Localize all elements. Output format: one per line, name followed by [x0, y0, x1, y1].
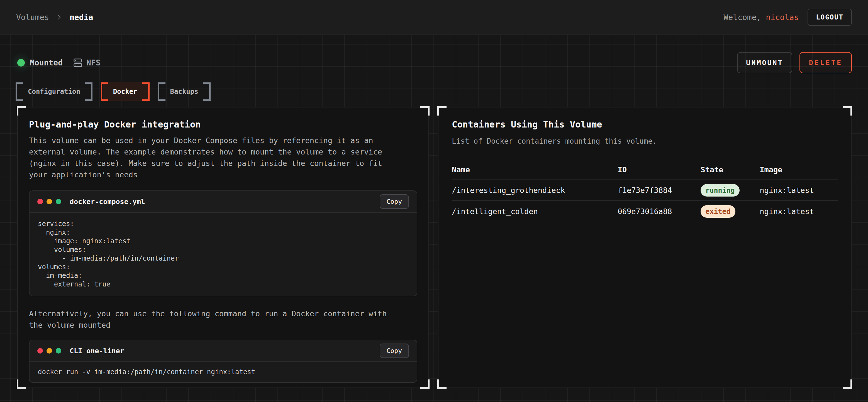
- yellow-dot-icon: [46, 348, 52, 354]
- server-icon: [73, 58, 83, 67]
- container-name: /intelligent_colden: [452, 207, 618, 216]
- container-id: 069e73016a88: [618, 207, 701, 216]
- app-root: Volumes media Welcome, nicolas LOGOUT Mo…: [0, 0, 868, 402]
- container-state: running: [701, 184, 760, 197]
- logout-button[interactable]: LOGOUT: [808, 9, 852, 26]
- status-badge: running: [701, 184, 739, 197]
- cli-code-header: CLI one-liner Copy: [30, 340, 417, 362]
- cli-code-content: docker run -v im-media:/path/in/containe…: [30, 362, 417, 382]
- container-state: exited: [701, 205, 760, 218]
- tab-bar: Configuration Docker Backups: [16, 82, 211, 101]
- container-id: f1e73e7f3884: [618, 186, 701, 195]
- docker-integration-panel: Plug-and-play Docker integration This vo…: [17, 107, 429, 388]
- status-actions-row: Mounted NFS UNMOUNT DELETE: [17, 52, 852, 73]
- status-badge: exited: [701, 205, 735, 218]
- cli-alternative-text: Alternatively, you can use the following…: [29, 308, 417, 331]
- red-dot-icon: [37, 348, 43, 354]
- delete-button[interactable]: DELETE: [800, 52, 852, 73]
- window-dots: [37, 348, 61, 354]
- containers-panel-title: Containers Using This Volume: [452, 119, 838, 130]
- corner-bracket: [843, 106, 852, 115]
- compose-copy-button[interactable]: Copy: [380, 194, 409, 209]
- compose-code-header: docker-compose.yml Copy: [30, 191, 417, 213]
- table-row: /interesting_grothendieck f1e73e7f3884 r…: [452, 180, 838, 201]
- compose-code-content: services: nginx: image: nginx:latest vol…: [30, 213, 417, 296]
- corner-bracket: [17, 106, 26, 115]
- mounted-status-dot-icon: [17, 59, 25, 67]
- corner-bracket: [437, 106, 446, 115]
- table-row: /intelligent_colden 069e73016a88 exited …: [452, 201, 838, 222]
- tab-docker[interactable]: Docker: [101, 82, 150, 101]
- breadcrumb-volumes-link[interactable]: Volumes: [16, 13, 49, 22]
- column-header-id: ID: [618, 165, 701, 174]
- green-dot-icon: [56, 199, 61, 204]
- compose-code-block: docker-compose.yml Copy services: nginx:…: [29, 191, 417, 296]
- corner-bracket: [843, 379, 852, 389]
- container-image: nginx:latest: [760, 207, 838, 216]
- column-header-image: Image: [760, 165, 838, 174]
- container-image: nginx:latest: [760, 186, 838, 195]
- unmount-button[interactable]: UNMOUNT: [737, 52, 792, 73]
- top-bar: Volumes media Welcome, nicolas LOGOUT: [0, 0, 868, 35]
- topbar-right: Welcome, nicolas LOGOUT: [724, 9, 852, 26]
- containers-table: Name ID State Image /interesting_grothen…: [452, 165, 838, 222]
- welcome-prefix: Welcome,: [724, 13, 761, 22]
- driver-type-label: NFS: [86, 58, 100, 67]
- cli-copy-button[interactable]: Copy: [380, 343, 409, 358]
- corner-bracket: [420, 379, 430, 389]
- corner-bracket: [437, 379, 446, 389]
- container-name: /interesting_grothendieck: [452, 186, 618, 195]
- volume-driver: NFS: [73, 58, 100, 67]
- breadcrumb-current-volume: media: [70, 13, 93, 22]
- username: nicolas: [766, 13, 799, 22]
- column-header-name: Name: [452, 165, 618, 174]
- tab-backups[interactable]: Backups: [158, 82, 211, 101]
- tab-configuration[interactable]: Configuration: [16, 82, 92, 101]
- containers-panel: Containers Using This Volume List of Doc…: [438, 107, 851, 388]
- mounted-status-label: Mounted: [30, 58, 63, 67]
- welcome-text: Welcome, nicolas: [724, 13, 799, 22]
- window-dots: [37, 199, 61, 204]
- green-dot-icon: [56, 348, 61, 354]
- corner-bracket: [17, 379, 26, 389]
- docker-panel-title: Plug-and-play Docker integration: [29, 119, 417, 130]
- cli-filename: CLI one-liner: [70, 347, 124, 355]
- breadcrumb: Volumes media: [16, 13, 93, 22]
- red-dot-icon: [37, 199, 43, 204]
- corner-bracket: [420, 106, 430, 115]
- docker-panel-description: This volume can be used in your Docker C…: [29, 135, 417, 180]
- containers-panel-subtitle: List of Docker containers mounting this …: [452, 137, 838, 145]
- containers-table-header: Name ID State Image: [452, 165, 838, 180]
- compose-filename: docker-compose.yml: [70, 198, 145, 206]
- yellow-dot-icon: [46, 199, 52, 204]
- cli-code-block: CLI one-liner Copy docker run -v im-medi…: [29, 340, 417, 383]
- column-header-state: State: [701, 165, 760, 174]
- chevron-right-icon: [56, 14, 63, 21]
